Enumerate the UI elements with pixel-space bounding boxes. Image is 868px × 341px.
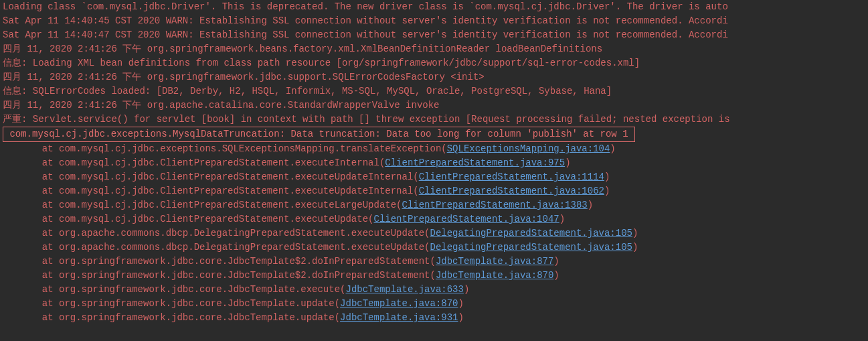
stack-paren: ): [458, 312, 464, 323]
stack-frame: at org.springframework.jdbc.core.JdbcTem…: [3, 283, 865, 297]
stack-text: at com.mysql.cj.jdbc.ClientPreparedState…: [42, 214, 374, 224]
highlighted-error: com.mysql.cj.jdbc.exceptions.MysqlDataTr…: [3, 127, 635, 142]
stack-text: at com.mysql.cj.jdbc.ClientPreparedState…: [42, 200, 402, 210]
log-line: 严重: Servlet.service() for servlet [book]…: [3, 113, 865, 127]
stack-text: at org.springframework.jdbc.core.JdbcTem…: [42, 270, 436, 281]
stack-paren: ): [604, 172, 610, 182]
source-link[interactable]: JdbcTemplate.java:870: [436, 270, 553, 281]
source-link[interactable]: SQLExceptionsMapping.java:104: [447, 143, 610, 154]
source-link[interactable]: ClientPreparedStatement.java:1062: [419, 186, 604, 196]
log-line: 四月 11, 2020 2:41:26 下午 org.apache.catali…: [3, 98, 865, 113]
stack-text: at org.springframework.jdbc.core.JdbcTem…: [42, 284, 346, 295]
stack-frame: at org.springframework.jdbc.core.JdbcTem…: [3, 311, 865, 325]
log-line: Sat Apr 11 14:40:45 CST 2020 WARN: Estab…: [3, 14, 865, 28]
stack-paren: ): [565, 157, 570, 168]
stack-frame: at com.mysql.cj.jdbc.ClientPreparedState…: [3, 170, 865, 184]
stack-text: at com.mysql.cj.jdbc.ClientPreparedState…: [42, 157, 385, 168]
stack-frame: at com.mysql.cj.jdbc.ClientPreparedState…: [3, 156, 865, 170]
log-line: 信息: Loading XML bean definitions from cl…: [3, 56, 865, 70]
stack-text: at org.springframework.jdbc.core.JdbcTem…: [42, 256, 436, 267]
source-link[interactable]: ClientPreparedStatement.java:975: [385, 157, 565, 168]
stack-frame: at com.mysql.cj.jdbc.exceptions.SQLExcep…: [3, 142, 865, 156]
source-link[interactable]: JdbcTemplate.java:870: [340, 298, 458, 309]
source-link[interactable]: JdbcTemplate.java:633: [345, 284, 463, 295]
source-link[interactable]: ClientPreparedStatement.java:1114: [419, 172, 604, 182]
stack-frame: at org.apache.commons.dbcp.DelegatingPre…: [3, 226, 865, 241]
stack-paren: ): [458, 298, 464, 309]
stack-paren: ): [632, 242, 638, 253]
log-line: 四月 11, 2020 2:41:26 下午 org.springframewo…: [3, 70, 865, 84]
stack-text: at org.springframework.jdbc.core.JdbcTem…: [42, 312, 340, 323]
source-link[interactable]: DelegatingPreparedStatement.java:105: [430, 242, 632, 253]
log-line: 四月 11, 2020 2:41:26 下午 org.springframewo…: [3, 42, 865, 56]
stack-paren: ): [610, 143, 615, 154]
stack-frame: at org.apache.commons.dbcp.DelegatingPre…: [3, 241, 865, 255]
source-link[interactable]: ClientPreparedStatement.java:1383: [402, 200, 587, 210]
log-line: 信息: SQLErrorCodes loaded: [DB2, Derby, H…: [3, 84, 865, 98]
stack-frame: at com.mysql.cj.jdbc.ClientPreparedState…: [3, 198, 865, 212]
log-line: Sat Apr 11 14:40:47 CST 2020 WARN: Estab…: [3, 28, 865, 42]
stack-frame: at org.springframework.jdbc.core.JdbcTem…: [3, 297, 865, 311]
stack-text: at org.apache.commons.dbcp.DelegatingPre…: [42, 228, 430, 238]
exception-line: com.mysql.cj.jdbc.exceptions.MysqlDataTr…: [3, 127, 865, 142]
source-link[interactable]: ClientPreparedStatement.java:1047: [373, 214, 559, 224]
stack-text: at org.springframework.jdbc.core.JdbcTem…: [42, 298, 340, 309]
log-line: Loading class `com.mysql.jdbc.Driver'. T…: [3, 0, 865, 14]
stack-paren: ): [604, 186, 610, 196]
stack-paren: ): [559, 214, 565, 224]
source-link[interactable]: JdbcTemplate.java:877: [436, 256, 553, 267]
stack-paren: ): [588, 200, 593, 210]
stack-text: at com.mysql.cj.jdbc.exceptions.SQLExcep…: [42, 143, 447, 154]
stack-text: at com.mysql.cj.jdbc.ClientPreparedState…: [42, 186, 419, 196]
stack-text: at com.mysql.cj.jdbc.ClientPreparedState…: [42, 172, 419, 182]
stack-paren: ): [553, 270, 559, 281]
stack-frame: at com.mysql.cj.jdbc.ClientPreparedState…: [3, 184, 865, 198]
stack-paren: ): [553, 256, 559, 267]
console-output: Loading class `com.mysql.jdbc.Driver'. T…: [0, 0, 868, 325]
stack-paren: ): [464, 284, 469, 295]
stack-paren: ): [632, 228, 638, 238]
stack-frame: at com.mysql.cj.jdbc.ClientPreparedState…: [3, 212, 865, 226]
source-link[interactable]: JdbcTemplate.java:931: [340, 312, 458, 323]
stack-frame: at org.springframework.jdbc.core.JdbcTem…: [3, 255, 865, 269]
stack-text: at org.apache.commons.dbcp.DelegatingPre…: [42, 242, 430, 253]
stack-frame: at org.springframework.jdbc.core.JdbcTem…: [3, 269, 865, 283]
source-link[interactable]: DelegatingPreparedStatement.java:105: [430, 228, 632, 238]
